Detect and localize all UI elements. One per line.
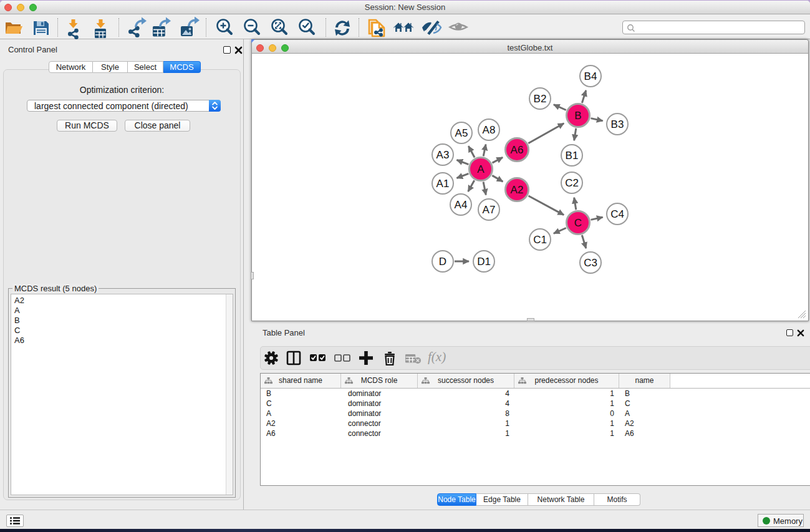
svg-text:A4: A4 xyxy=(455,199,468,211)
svg-text:D1: D1 xyxy=(477,256,491,268)
svg-text:A1: A1 xyxy=(436,178,450,190)
svg-text:B1: B1 xyxy=(566,150,579,162)
svg-text:C1: C1 xyxy=(533,234,547,246)
svg-text:B3: B3 xyxy=(611,118,624,130)
svg-text:B4: B4 xyxy=(584,70,597,82)
svg-text:D: D xyxy=(439,256,446,268)
svg-text:A2: A2 xyxy=(511,184,524,196)
svg-text:C: C xyxy=(574,217,582,229)
svg-text:A7: A7 xyxy=(483,204,496,216)
svg-text:C4: C4 xyxy=(610,208,624,220)
svg-text:B2: B2 xyxy=(534,93,547,105)
svg-text:A8: A8 xyxy=(483,124,496,136)
svg-text:C3: C3 xyxy=(584,257,597,269)
svg-text:A5: A5 xyxy=(455,127,468,139)
svg-text:A: A xyxy=(477,163,485,175)
svg-text:B: B xyxy=(574,110,581,122)
svg-text:A6: A6 xyxy=(511,144,524,156)
svg-text:C2: C2 xyxy=(565,177,579,189)
svg-text:A3: A3 xyxy=(436,149,450,161)
